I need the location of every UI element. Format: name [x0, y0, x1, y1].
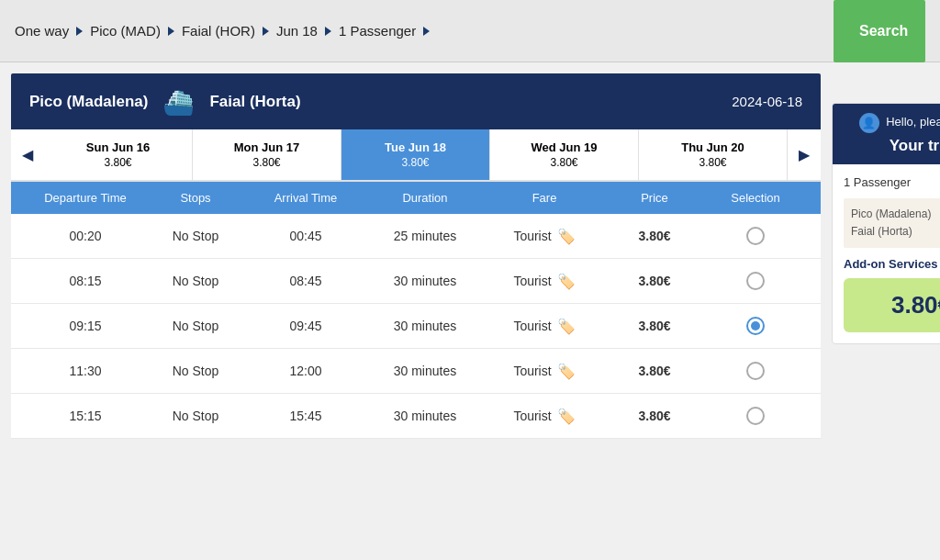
fare-label-1: Tourist	[513, 274, 551, 288]
summary-from: Pico (Madalena)	[851, 206, 931, 223]
cell-fare-3: Tourist 🏷️	[485, 363, 604, 380]
cell-arrival-4: 15:45	[246, 409, 365, 423]
cell-departure-1: 08:15	[26, 274, 145, 288]
col-duration: Duration	[365, 191, 485, 205]
route-from-label: Pico (Madalena)	[29, 93, 148, 111]
cell-fare-1: Tourist 🏷️	[485, 273, 604, 290]
passenger-count[interactable]: 1 Passenger	[339, 23, 430, 39]
route-to-label: Faial (Horta)	[209, 93, 300, 111]
col-arrival: Arrival Time	[246, 191, 365, 205]
cell-price-2: 3.80€	[604, 319, 705, 333]
cell-selection-1[interactable]	[705, 272, 806, 290]
radio-btn-2[interactable]	[746, 317, 765, 335]
radio-btn-4[interactable]	[746, 407, 765, 425]
to-location[interactable]: Faial (HOR)	[182, 23, 269, 39]
cell-fare-0: Tourist 🏷️	[485, 228, 604, 245]
table-row-4: 15:15 No Stop 15:45 30 minutes Tourist 🏷…	[11, 394, 821, 439]
cell-price-0: 3.80€	[604, 229, 705, 243]
route-summary-left: Pico (Madalena) Faial (Horta)	[851, 206, 931, 241]
table-row-1: 08:15 No Stop 08:45 30 minutes Tourist 🏷…	[11, 259, 821, 304]
date-item-4[interactable]: Thu Jun 203.80€	[639, 129, 788, 180]
cell-selection-3[interactable]	[705, 362, 806, 380]
cell-selection-0[interactable]	[705, 227, 806, 245]
to-arrow-icon	[263, 27, 269, 36]
main-layout: Pico (Madalena) ⛴️ Faial (Horta) 2024-06…	[0, 62, 940, 450]
col-selection: Selection	[705, 191, 806, 205]
date-price-0: 3.80€	[51, 156, 185, 169]
hello-label: Hello, please	[886, 115, 940, 129]
date-label: Jun 18	[276, 23, 318, 39]
cell-arrival-3: 12:00	[246, 364, 365, 378]
cell-departure-2: 09:15	[26, 319, 145, 333]
radio-btn-3[interactable]	[746, 362, 765, 380]
cell-selection-2[interactable]	[705, 317, 806, 335]
date-day-2: Tue Jun 18	[349, 140, 482, 154]
right-panel: ⛴️ 👤 Hello, please login Your trip 1 Pas…	[832, 73, 940, 344]
date-price-1: 3.80€	[200, 156, 333, 169]
cell-departure-3: 11:30	[26, 364, 145, 378]
total-price-badge: 3.80€	[844, 278, 940, 332]
cell-departure-0: 00:20	[26, 229, 145, 243]
trip-card-header: 👤 Hello, please login Your trip	[833, 104, 940, 164]
from-label: Pico (MAD)	[90, 23, 161, 39]
table-row-2: 09:15 No Stop 09:45 30 minutes Tourist 🏷…	[11, 304, 821, 349]
cell-stops-3: No Stop	[145, 364, 246, 378]
trip-type[interactable]: One way	[15, 23, 83, 39]
cell-departure-4: 15:15	[26, 409, 145, 423]
ticket-icon-4: 🏷️	[557, 408, 576, 425]
cell-duration-1: 30 minutes	[365, 274, 485, 288]
radio-btn-0[interactable]	[746, 227, 765, 245]
date-prev-button[interactable]: ◀	[11, 129, 44, 180]
cell-stops-0: No Stop	[145, 229, 246, 243]
date-price-4: 3.80€	[646, 156, 779, 169]
date-arrow-icon	[325, 27, 331, 36]
col-departure: Departure Time	[26, 191, 145, 205]
search-button[interactable]: Search	[834, 0, 925, 62]
table-row-3: 11:30 No Stop 12:00 30 minutes Tourist 🏷…	[11, 349, 821, 394]
date-item-2[interactable]: Tue Jun 183.80€	[341, 129, 490, 180]
date-item-3[interactable]: Wed Jun 193.80€	[490, 129, 639, 180]
col-fare: Fare	[485, 191, 604, 205]
cell-arrival-2: 09:45	[246, 319, 365, 333]
top-bar: One way Pico (MAD) Faial (HOR) Jun 18 1 …	[0, 0, 940, 62]
route-header: Pico (Madalena) ⛴️ Faial (Horta) 2024-06…	[11, 73, 821, 129]
date-next-button[interactable]: ▶	[788, 129, 821, 180]
fare-label-3: Tourist	[513, 364, 551, 378]
table-header: Departure Time Stops Arrival Time Durati…	[11, 182, 821, 214]
cell-fare-4: Tourist 🏷️	[485, 408, 604, 425]
cell-stops-1: No Stop	[145, 274, 246, 288]
summary-to: Faial (Horta)	[851, 223, 931, 241]
date-items: Sun Jun 163.80€Mon Jun 173.80€Tue Jun 18…	[44, 129, 788, 180]
cell-duration-0: 25 minutes	[365, 229, 485, 243]
route-summary: Pico (Madalena) Faial (Horta) > 18 Jun	[844, 198, 940, 248]
left-panel: Pico (Madalena) ⛴️ Faial (Horta) 2024-06…	[11, 73, 821, 439]
ferry-icon: ⛴️	[162, 86, 195, 117]
cell-arrival-0: 00:45	[246, 229, 365, 243]
fare-label-4: Tourist	[513, 409, 551, 423]
travel-date[interactable]: Jun 18	[276, 23, 331, 39]
cell-selection-4[interactable]	[705, 407, 806, 425]
cell-duration-4: 30 minutes	[365, 409, 485, 423]
from-location[interactable]: Pico (MAD)	[90, 23, 174, 39]
from-arrow-icon	[168, 27, 174, 36]
fare-label-2: Tourist	[513, 319, 551, 333]
date-day-0: Sun Jun 16	[51, 140, 185, 154]
ticket-icon-2: 🏷️	[557, 318, 576, 335]
route-date-label: 2024-06-18	[732, 94, 802, 109]
col-price: Price	[604, 191, 705, 205]
cell-price-1: 3.80€	[604, 274, 705, 288]
col-stops: Stops	[145, 191, 246, 205]
date-selector: ◀ Sun Jun 163.80€Mon Jun 173.80€Tue Jun …	[11, 129, 821, 182]
cell-fare-2: Tourist 🏷️	[485, 318, 604, 335]
date-item-1[interactable]: Mon Jun 173.80€	[193, 129, 341, 180]
trip-type-label: One way	[15, 23, 69, 39]
date-day-4: Thu Jun 20	[646, 140, 779, 154]
date-day-3: Wed Jun 19	[498, 140, 631, 154]
radio-btn-1[interactable]	[746, 272, 765, 290]
cell-price-4: 3.80€	[604, 409, 705, 423]
date-item-0[interactable]: Sun Jun 163.80€	[44, 129, 193, 180]
ticket-icon-1: 🏷️	[557, 273, 576, 290]
date-day-1: Mon Jun 17	[200, 140, 333, 154]
date-price-2: 3.80€	[349, 156, 482, 169]
table-body: 00:20 No Stop 00:45 25 minutes Tourist 🏷…	[11, 214, 821, 439]
